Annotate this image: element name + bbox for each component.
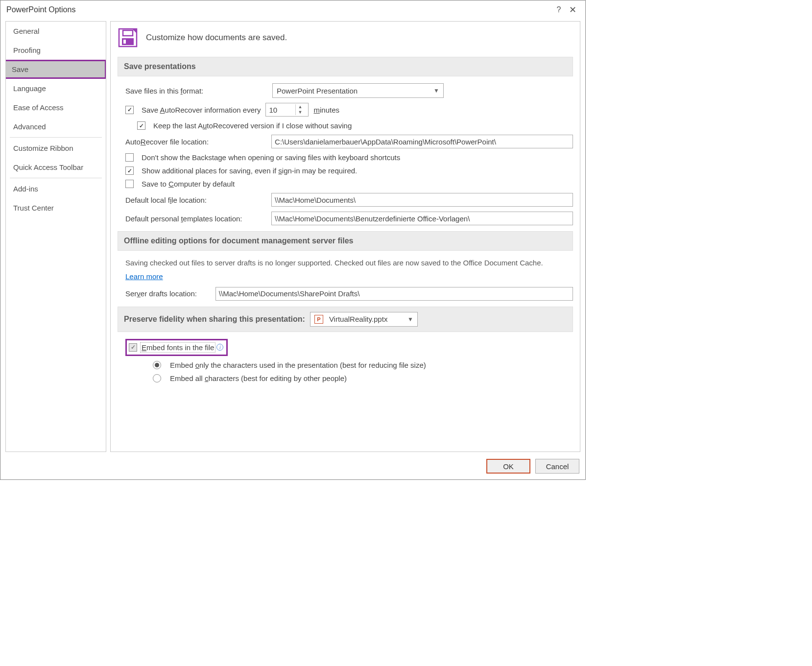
save-to-computer-checkbox[interactable] [125,180,134,188]
autorecover-label: Save AutoRecover information every [142,106,261,114]
default-templates-input[interactable] [271,212,573,225]
sidebar-item-ease-of-access[interactable]: Ease of Access [6,98,106,117]
offline-description: Saving checked out files to server draft… [125,258,573,268]
chevron-down-icon: ▼ [433,87,439,94]
sidebar-item-advanced[interactable]: Advanced [6,117,106,136]
help-icon[interactable]: ? [552,5,566,14]
titlebar: PowerPoint Options ? ✕ [0,0,585,18]
format-value: PowerPoint Presentation [277,87,358,95]
embed-only-label: Embed only the characters used in the pr… [170,361,426,369]
powerpoint-file-icon: P [314,315,323,324]
section-offline-editing: Offline editing options for document man… [118,231,573,251]
close-icon[interactable]: ✕ [566,4,579,15]
page-heading: Customize how documents are saved. [146,33,287,43]
autorecover-loc-input[interactable] [271,135,573,148]
preserve-file-combo[interactable]: P VirtualReality.pptx ▼ [310,312,418,327]
preserve-file-value: VirtualReality.pptx [329,315,388,323]
svg-rect-4 [123,30,133,36]
sidebar-item-general[interactable]: General [6,22,106,41]
main-panel: Customize how documents are saved. Save … [110,21,580,452]
format-label: Save files in this format: [125,87,267,95]
dialog-footer: OK Cancel [0,455,585,479]
dont-show-backstage-checkbox[interactable] [125,153,134,162]
default-local-input[interactable] [271,193,573,207]
default-local-label: Default local file location: [125,196,266,204]
show-additional-places-label: Show additional places for saving, even … [142,166,357,175]
sidebar-separator [10,178,102,178]
server-drafts-label: Server drafts location: [125,289,211,298]
options-dialog: PowerPoint Options ? ✕ General Proofing … [0,0,586,480]
spinner-arrows[interactable]: ▲▼ [295,104,304,115]
ok-button[interactable]: OK [486,459,530,474]
sidebar-item-addins[interactable]: Add-ins [6,179,106,198]
sidebar-item-language[interactable]: Language [6,79,106,98]
keep-last-label: Keep the last AutoRecovered version if I… [153,121,352,130]
show-additional-places-checkbox[interactable] [125,166,134,175]
dialog-title: PowerPoint Options [6,5,75,14]
embed-only-radio[interactable] [153,361,161,369]
section-save-presentations: Save presentations [118,57,573,76]
default-templates-label: Default personal templates location: [125,214,266,223]
preserve-fidelity-label: Preserve fidelity when sharing this pres… [124,315,305,324]
autorecover-minutes-input[interactable] [266,103,295,116]
sidebar-item-customize-ribbon[interactable]: Customize Ribbon [6,139,106,158]
sidebar-item-trust-center[interactable]: Trust Center [6,198,106,217]
autorecover-minutes-spinner[interactable]: ▲▼ [265,103,309,117]
minutes-label: minutes [313,106,339,114]
cancel-button[interactable]: Cancel [535,459,579,474]
sidebar-item-qat[interactable]: Quick Access Toolbar [6,158,106,177]
embed-fonts-highlight: Embed fonts in the filei [125,339,228,356]
autorecover-checkbox[interactable] [125,106,134,114]
chevron-down-icon: ▼ [407,316,413,323]
save-to-computer-label: Save to Computer by default [142,180,235,188]
sidebar: General Proofing Save Language Ease of A… [5,21,106,452]
embed-all-radio[interactable] [153,374,161,382]
sidebar-item-save[interactable]: Save [5,60,106,79]
embed-fonts-label: Embed fonts in the file [140,342,215,353]
dont-show-backstage-label: Don't show the Backstage when opening or… [142,153,400,162]
learn-more-link[interactable]: Learn more [125,272,163,281]
sidebar-item-proofing[interactable]: Proofing [6,41,106,60]
info-icon[interactable]: i [216,344,223,351]
autorecover-loc-label: AutoRecover file location: [125,138,266,146]
save-page-icon [118,27,138,48]
embed-all-label: Embed all characters (best for editing b… [170,374,347,382]
section-preserve-fidelity: Preserve fidelity when sharing this pres… [118,307,573,332]
server-drafts-input[interactable] [215,287,573,301]
embed-fonts-checkbox[interactable] [129,343,137,352]
sidebar-separator [10,137,102,138]
format-combo[interactable]: PowerPoint Presentation ▼ [272,83,444,98]
svg-rect-3 [123,40,126,44]
keep-last-checkbox[interactable] [137,121,145,130]
